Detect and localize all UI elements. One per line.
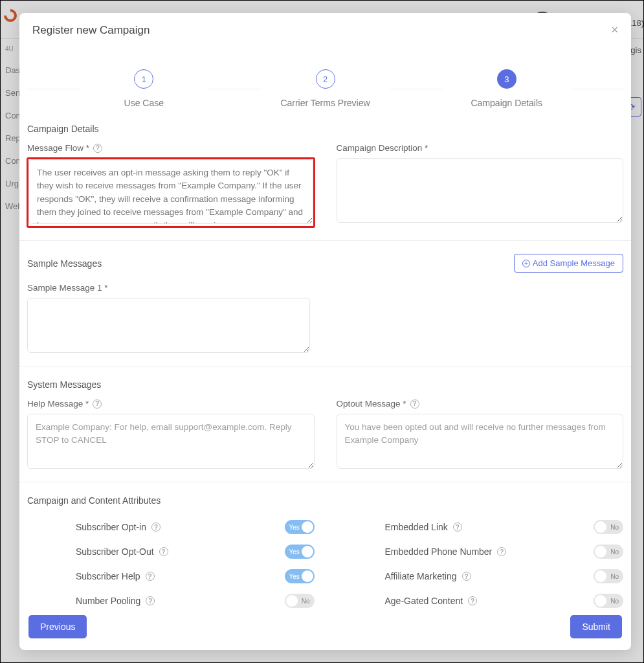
sample-message-1-label: Sample Message 1 * (27, 283, 310, 293)
modal-footer: Previous Submit (19, 611, 631, 650)
attribute-row: Subscriber Opt-in?Yes (27, 515, 315, 539)
info-icon[interactable]: ? (93, 144, 102, 153)
help-message-textarea[interactable] (27, 414, 315, 469)
step-number: 3 (497, 69, 516, 89)
toggle-switch[interactable]: No (594, 569, 623, 583)
step-label: Carrier Terms Preview (261, 98, 390, 108)
info-icon[interactable]: ? (159, 547, 168, 556)
step-number: 1 (134, 69, 153, 89)
attribute-label: Subscriber Opt-in? (76, 522, 161, 532)
divider (19, 240, 631, 241)
attribute-label: Number Pooling? (76, 596, 155, 606)
modal-header: Register new Campaign × (19, 13, 631, 43)
toggle-switch[interactable]: No (594, 520, 623, 534)
step-use-case[interactable]: 1 Use Case (79, 69, 208, 108)
help-message-label: Help Message * ? (27, 399, 315, 409)
attributes-left-column: Subscriber Opt-in?YesSubscriber Opt-Out?… (27, 515, 315, 611)
add-sample-message-button[interactable]: + Add Sample Message (514, 254, 623, 273)
info-icon[interactable]: ? (410, 399, 419, 409)
toggle-knob (302, 570, 313, 582)
divider (19, 366, 631, 366)
step-label: Campaign Details (442, 98, 572, 108)
info-icon[interactable]: ? (151, 523, 161, 532)
attribute-row: Subscriber Opt-Out?Yes (27, 539, 315, 564)
attribute-label: Embedded Phone Number? (385, 546, 507, 557)
campaign-description-textarea[interactable] (337, 158, 624, 223)
attribute-label: Subscriber Help? (76, 571, 155, 581)
campaign-description-label: Campaign Description * (337, 143, 624, 153)
modal-title: Register new Campaign (32, 24, 150, 37)
attributes-heading: Campaign and Content Attributes (27, 495, 623, 506)
toggle-knob (302, 546, 313, 557)
campaign-details-heading: Campaign Details (27, 124, 623, 134)
attribute-row: Number Pooling?No (27, 589, 315, 611)
attribute-row: Age-Gated Content?No (337, 589, 624, 611)
stepper: 1 Use Case 2 Carrier Terms Preview 3 Cam… (27, 69, 623, 108)
toggle-switch[interactable]: No (285, 594, 315, 608)
info-icon[interactable]: ? (453, 523, 462, 532)
toggle-knob (302, 521, 313, 533)
step-carrier-terms[interactable]: 2 Carrier Terms Preview (261, 69, 390, 108)
close-icon[interactable]: × (611, 23, 618, 37)
sample-messages-heading: Sample Messages (27, 258, 102, 269)
step-campaign-details[interactable]: 3 Campaign Details (442, 69, 572, 108)
plus-circle-icon: + (522, 260, 530, 267)
info-icon[interactable]: ? (146, 596, 155, 605)
attribute-row: Embedded Phone Number?No (337, 539, 624, 564)
divider (19, 482, 631, 482)
toggle-knob (595, 595, 606, 607)
toggle-knob (595, 546, 606, 557)
attribute-row: Affiliate Marketing?No (337, 564, 624, 589)
attribute-label: Affiliate Marketing? (385, 571, 471, 581)
info-icon[interactable]: ? (146, 572, 155, 581)
attribute-row: Subscriber Help?Yes (27, 564, 315, 589)
system-messages-heading: System Messages (27, 379, 623, 390)
modal-body: 1 Use Case 2 Carrier Terms Preview 3 Cam… (19, 43, 631, 611)
attributes-right-column: Embedded Link?NoEmbedded Phone Number?No… (337, 515, 624, 611)
register-campaign-modal: Register new Campaign × 1 Use Case 2 Car… (19, 13, 631, 650)
toggle-switch[interactable]: Yes (285, 520, 315, 534)
info-icon[interactable]: ? (468, 596, 477, 605)
optout-message-textarea[interactable] (337, 414, 624, 469)
toggle-knob (286, 595, 298, 607)
attribute-label: Embedded Link? (385, 522, 462, 532)
toggle-switch[interactable]: Yes (285, 569, 315, 583)
attribute-row: Embedded Link?No (337, 515, 624, 539)
toggle-knob (595, 570, 606, 582)
step-number: 2 (316, 69, 335, 89)
message-flow-textarea[interactable] (28, 159, 313, 224)
attribute-label: Age-Gated Content? (385, 596, 478, 606)
toggle-knob (595, 521, 606, 533)
info-icon[interactable]: ? (497, 547, 506, 556)
toggle-switch[interactable]: No (594, 594, 623, 608)
info-icon[interactable]: ? (93, 399, 102, 409)
message-flow-label: Message Flow * ? (27, 143, 315, 153)
optout-message-label: Optout Message * ? (337, 399, 624, 409)
toggle-switch[interactable]: Yes (285, 545, 315, 559)
message-flow-highlight (27, 158, 315, 227)
toggle-switch[interactable]: No (594, 545, 623, 559)
attribute-label: Subscriber Opt-Out? (76, 546, 168, 557)
info-icon[interactable]: ? (462, 572, 471, 581)
step-label: Use Case (79, 98, 208, 108)
sample-message-1-textarea[interactable] (27, 298, 310, 353)
previous-button[interactable]: Previous (28, 615, 87, 638)
submit-button[interactable]: Submit (570, 615, 622, 638)
